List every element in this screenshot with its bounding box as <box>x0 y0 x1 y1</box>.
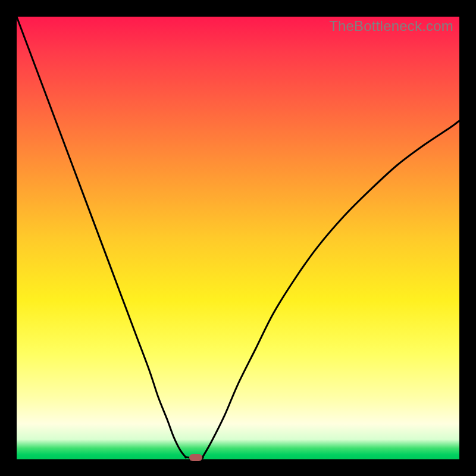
curve-path <box>17 17 459 458</box>
optimum-marker <box>189 454 202 461</box>
plot-area: TheBottleneck.com <box>17 17 459 459</box>
bottleneck-curve <box>17 17 459 459</box>
outer-frame: TheBottleneck.com <box>0 0 476 476</box>
